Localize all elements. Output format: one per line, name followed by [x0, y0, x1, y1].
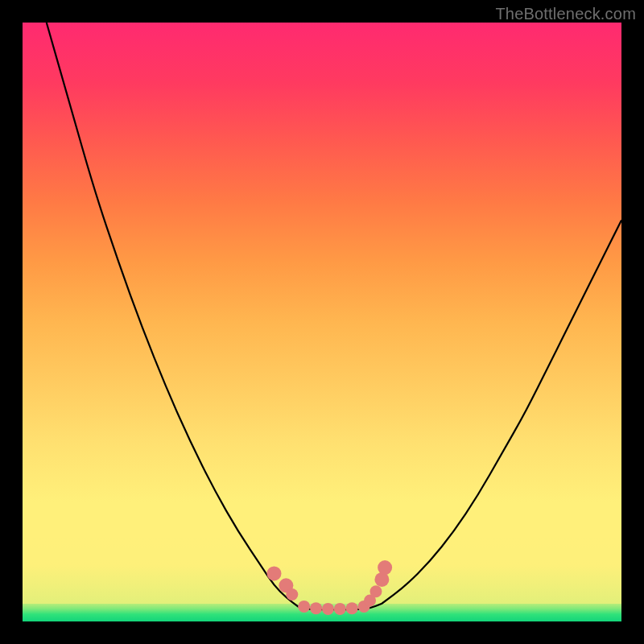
valley-dot [369, 585, 382, 597]
chart-frame: TheBottleneck.com [0, 0, 644, 644]
valley-dot [378, 560, 392, 575]
valley-dot [322, 603, 334, 615]
plot-area [23, 23, 621, 621]
valley-dot [266, 566, 281, 580]
curve-layer [23, 23, 621, 621]
valley-dot [298, 601, 310, 613]
bottleneck-curve [47, 23, 621, 609]
valley-dot [286, 588, 298, 601]
valley-dot [346, 602, 358, 614]
valley-dot [334, 603, 346, 615]
watermark-text: TheBottleneck.com [495, 5, 636, 23]
valley-dot [310, 602, 322, 614]
